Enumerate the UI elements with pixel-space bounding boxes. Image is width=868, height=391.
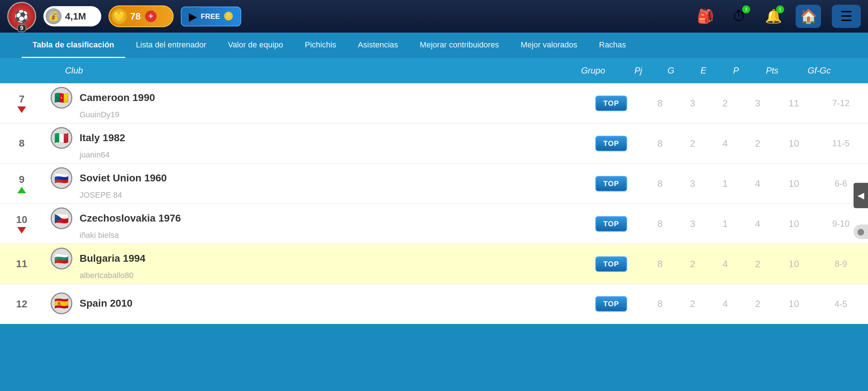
top-badge[interactable]: TOP: [595, 136, 627, 151]
grupo-cell: TOP: [586, 96, 644, 111]
grupo-cell: TOP: [586, 216, 644, 232]
top-badge[interactable]: TOP: [595, 256, 627, 272]
stat-e: 2: [709, 98, 741, 109]
clock-notification: !: [742, 5, 750, 13]
club-top: 🇧🇬 Bulgaria 1994: [51, 248, 579, 269]
header-pts: Pts: [752, 66, 792, 76]
table-row[interactable]: 10 🇨🇿 Czechoslovakia 1976 iñaki bielsa T…: [0, 204, 868, 244]
tab-clasificacion[interactable]: Tabla de clasificación: [22, 33, 125, 58]
row-rank: 9: [0, 174, 43, 193]
free-coin-icon: 🪙: [224, 12, 233, 21]
free-button[interactable]: ▶ FREE 🪙: [181, 7, 241, 26]
stat-p: 2: [741, 298, 774, 310]
trend-up-icon: [17, 187, 26, 193]
top-bar: ⚽ 9 💰 4,1M 💛 78 + ▶ FREE 🪙 🎒 ⏱ ! 🔔 ! 🏠: [0, 0, 868, 33]
tab-valorados[interactable]: Mejor valorados: [510, 33, 588, 58]
stat-pj: 8: [644, 258, 676, 270]
club-section: 🇧🇬 Bulgaria 1994 albertcaballo80: [43, 244, 586, 284]
header-e: E: [687, 66, 720, 76]
table-row[interactable]: 9 🇷🇺 Soviet Union 1960 JOSEPE 84 TOP 8 3…: [0, 164, 868, 204]
stat-pts: 10: [774, 298, 814, 310]
header-p: P: [720, 66, 752, 76]
coach-name: albertcaballo80: [80, 271, 579, 280]
stat-g: 2: [676, 258, 709, 270]
stat-p: 2: [741, 138, 774, 149]
row-rank: 7: [0, 93, 43, 113]
club-top: 🇮🇹 Italy 1982: [51, 127, 579, 149]
tab-rachas[interactable]: Rachas: [588, 33, 637, 58]
stat-gf-gc: 8-9: [814, 259, 868, 269]
tab-asistencias[interactable]: Asistencias: [347, 33, 409, 58]
coach-name: juanin64: [80, 150, 579, 160]
rank-number: 7: [19, 93, 25, 105]
coach-name: GuuinDy19: [80, 110, 579, 119]
stat-pj: 8: [644, 138, 676, 149]
currency-value: 4,1M: [65, 11, 86, 22]
rank-number: 10: [16, 214, 27, 226]
top-badge[interactable]: TOP: [595, 216, 627, 232]
header-pj: Pj: [622, 66, 655, 76]
stat-gf-gc: 7-12: [814, 98, 868, 108]
arrow-left-icon: ◀: [858, 190, 864, 201]
club-name: Spain 2010: [80, 298, 132, 309]
clock-button[interactable]: ⏱ !: [728, 5, 751, 28]
stat-g: 2: [676, 138, 709, 149]
club-top: 🇪🇸 Spain 2010: [51, 293, 579, 314]
coach-name: JOSEPE 84: [80, 190, 579, 200]
tab-entrenador[interactable]: Lista del entrenador: [125, 33, 217, 58]
flag-shield: 🇷🇺: [51, 167, 72, 189]
top-badge[interactable]: TOP: [595, 96, 627, 111]
header-grupo: Grupo: [564, 66, 622, 76]
avatar-badge[interactable]: ⚽ 9: [7, 2, 36, 31]
osm-button[interactable]: 🎒: [694, 5, 717, 28]
row-rank: 11: [0, 258, 43, 270]
dots-icon: ⬤: [857, 228, 864, 236]
stat-e: 1: [709, 218, 741, 230]
side-arrow-button[interactable]: ◀: [854, 183, 868, 208]
stat-g: 3: [676, 178, 709, 189]
stat-pj: 8: [644, 218, 676, 230]
row-rank: 10: [0, 214, 43, 234]
home-button[interactable]: 🏠: [796, 5, 821, 28]
stat-pts: 10: [774, 178, 814, 189]
grupo-cell: TOP: [586, 176, 644, 192]
nav-tabs: Tabla de clasificación Lista del entrena…: [0, 33, 868, 58]
tab-valor-equipo[interactable]: Valor de equipo: [217, 33, 294, 58]
rank-number: 9: [19, 174, 25, 185]
header-club: Club: [65, 66, 564, 76]
energy-box[interactable]: 💛 78 +: [109, 5, 174, 27]
energy-add-button[interactable]: +: [145, 10, 157, 22]
table-row[interactable]: 7 🇨🇲 Cameroon 1990 GuuinDy19 TOP 8 3 2 3…: [0, 83, 868, 123]
tab-pichichis[interactable]: Pichichis: [294, 33, 347, 58]
currency-box[interactable]: 💰 4,1M: [43, 6, 101, 26]
club-name: Bulgaria 1994: [80, 253, 145, 264]
club-top: 🇨🇿 Czechoslovakia 1976: [51, 207, 579, 229]
table-row[interactable]: 12 🇪🇸 Spain 2010 TOP 8 2 4 2 10 4-5: [0, 284, 868, 324]
stat-e: 4: [709, 258, 741, 270]
trend-down-icon: [17, 227, 26, 234]
club-name: Cameroon 1990: [80, 92, 155, 104]
stat-gf-gc: 4-5: [814, 299, 868, 309]
club-section: 🇨🇲 Cameroon 1990 GuuinDy19: [43, 83, 586, 123]
bell-button[interactable]: 🔔 !: [762, 5, 785, 28]
club-section: 🇨🇿 Czechoslovakia 1976 iñaki bielsa: [43, 204, 586, 244]
table-row[interactable]: 11 🇧🇬 Bulgaria 1994 albertcaballo80 TOP …: [0, 244, 868, 284]
stat-pts: 10: [774, 138, 814, 149]
header-gf-gc: Gf-Gc: [792, 66, 846, 76]
row-rank: 12: [0, 298, 43, 310]
menu-button[interactable]: ☰: [832, 5, 861, 28]
side-dots-button[interactable]: ⬤: [854, 224, 868, 239]
play-icon: ▶: [189, 10, 197, 23]
club-section: 🇮🇹 Italy 1982 juanin64: [43, 123, 586, 163]
top-badge[interactable]: TOP: [595, 176, 627, 192]
stat-g: 3: [676, 98, 709, 109]
top-badge[interactable]: TOP: [595, 296, 627, 312]
tab-contribuidores[interactable]: Mejorar contribuidores: [409, 33, 510, 58]
stat-p: 4: [741, 178, 774, 189]
rank-number: 11: [16, 258, 27, 270]
club-top: 🇨🇲 Cameroon 1990: [51, 87, 579, 109]
bell-notification: !: [776, 5, 784, 13]
table-row[interactable]: 8 🇮🇹 Italy 1982 juanin64 TOP 8 2 4 2 10 …: [0, 123, 868, 164]
stat-p: 4: [741, 218, 774, 230]
flag-shield: 🇨🇿: [51, 207, 72, 229]
